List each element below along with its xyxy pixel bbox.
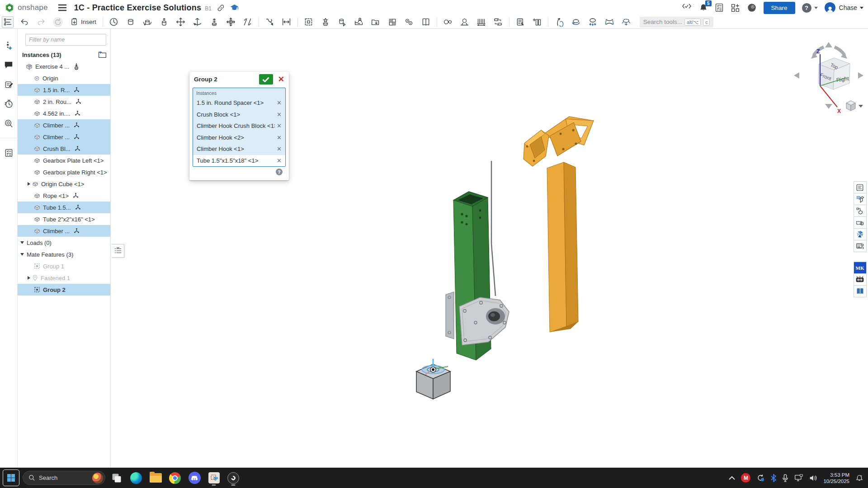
insert-button[interactable]: Insert: [69, 18, 98, 26]
start-button[interactable]: [3, 469, 19, 486]
rack-pinion-icon[interactable]: [476, 16, 487, 28]
tree-item-part[interactable]: Tube 2"x2"x16" <1>: [18, 213, 110, 225]
ball-mate-icon[interactable]: [225, 16, 237, 28]
search-panel-icon[interactable]: [3, 117, 14, 129]
insert-feature-icon[interactable]: [3, 40, 14, 52]
expand-tree-button[interactable]: [112, 244, 124, 258]
tree-item-fastened1[interactable]: Fastened 1: [18, 272, 110, 284]
climber-hook-part[interactable]: [524, 117, 594, 332]
configuration-icon[interactable]: [854, 216, 867, 229]
dialog-instance-row[interactable]: Climber Hook Crush Block <1> ✕: [193, 120, 285, 132]
tree-item-origin[interactable]: Origin: [18, 72, 110, 84]
robot-extension-icon[interactable]: [854, 273, 867, 286]
tree-item-part[interactable]: Crush Bl...: [18, 143, 110, 155]
parallel-mate-icon[interactable]: [242, 16, 254, 28]
slider-mate-icon[interactable]: [158, 16, 170, 28]
expand-chevron-icon[interactable]: [28, 182, 30, 186]
mate-connector-cylindrical-icon[interactable]: [570, 16, 582, 28]
cube-table-icon[interactable]: [854, 193, 867, 205]
display-states-icon[interactable]: [387, 16, 398, 28]
collapse-chevron-icon[interactable]: [20, 253, 24, 256]
remove-instance-icon[interactable]: ✕: [275, 122, 282, 129]
tree-item-part[interactable]: Climber ...: [18, 225, 110, 237]
panel-menu-icon[interactable]: [854, 181, 867, 193]
user-menu[interactable]: Chase: [825, 2, 863, 13]
obs-app-icon[interactable]: [225, 470, 241, 486]
linked-part-icon[interactable]: [854, 205, 867, 217]
remove-instance-icon[interactable]: ✕: [275, 111, 282, 118]
sync-tray-icon[interactable]: [756, 474, 765, 482]
insert-column-icon[interactable]: [531, 16, 543, 28]
rope-part[interactable]: [491, 161, 495, 296]
fasten-mate-icon[interactable]: [125, 16, 137, 28]
redo-button[interactable]: [35, 16, 47, 28]
learning-center-icon[interactable]: [747, 3, 757, 13]
tree-item-part[interactable]: Gearbox plate Right <1>: [18, 166, 110, 178]
revolute-mate-icon[interactable]: [142, 16, 153, 28]
notes-icon[interactable]: [3, 79, 14, 90]
undo-button[interactable]: [19, 16, 30, 28]
comments-icon[interactable]: [3, 59, 14, 71]
linked-gears-icon[interactable]: [403, 16, 415, 28]
mate-connector-ball-icon[interactable]: [587, 16, 599, 28]
replicate-icon[interactable]: [492, 16, 504, 28]
mate-features-header[interactable]: Mate Features (3): [18, 249, 110, 260]
viewcube-down-arrow[interactable]: [825, 104, 832, 109]
motion-gear-icon[interactable]: [459, 16, 471, 28]
mate-connector-tangent-icon[interactable]: [604, 16, 615, 28]
tree-item-part[interactable]: 4.562 in....: [18, 108, 110, 119]
chrome-app-icon[interactable]: [167, 470, 183, 486]
tree-item-group1[interactable]: Group 1: [18, 260, 110, 272]
loads-header[interactable]: Loads (0): [18, 237, 110, 249]
mega-tray-icon[interactable]: M: [741, 473, 750, 483]
pinwheel-icon[interactable]: [854, 228, 867, 240]
snap-mode-icon[interactable]: [264, 16, 276, 28]
remove-instance-icon[interactable]: ✕: [275, 99, 282, 106]
tray-expand-icon[interactable]: [729, 476, 735, 480]
tree-item-group2[interactable]: Group 2: [18, 284, 110, 296]
tree-item-part[interactable]: Origin Cube <1>: [18, 178, 110, 190]
app-store-icon[interactable]: [731, 3, 740, 13]
dialog-help-icon[interactable]: ?: [276, 169, 283, 175]
remove-instance-icon[interactable]: ✕: [275, 157, 282, 164]
help-menu[interactable]: ?: [802, 3, 818, 13]
remove-instance-icon[interactable]: ✕: [275, 145, 282, 152]
add-folder-icon[interactable]: [98, 51, 107, 58]
remove-instance-icon[interactable]: ✕: [275, 134, 282, 141]
dialog-instance-row[interactable]: Crush Block <1> ✕: [193, 109, 285, 121]
viewcube-left-arrow[interactable]: [794, 72, 799, 79]
viewcube-menu-button[interactable]: [846, 101, 863, 111]
link-icon[interactable]: [217, 4, 225, 12]
tree-item-part[interactable]: Rope <1>: [18, 190, 110, 202]
share-button[interactable]: Share: [764, 2, 795, 14]
notifications-button[interactable]: 5: [699, 3, 708, 12]
display-tray-icon[interactable]: [794, 474, 803, 482]
shortcut-keys-icon[interactable]: [854, 240, 867, 252]
gear-relation-icon[interactable]: [442, 16, 454, 28]
edit-in-context-icon[interactable]: [336, 16, 348, 28]
tree-item-part[interactable]: 1.5 in. R...: [18, 84, 110, 96]
viewcube-right-arrow[interactable]: [858, 72, 863, 79]
learning-cap-icon[interactable]: [230, 4, 239, 11]
planar-mate-icon[interactable]: [175, 16, 187, 28]
mate-connector-revolute-icon[interactable]: [553, 16, 565, 28]
person-tray-icon[interactable]: [353, 16, 365, 28]
sync-button[interactable]: [52, 16, 64, 28]
dialog-cancel-button[interactable]: ✕: [276, 75, 286, 83]
dialog-instance-row[interactable]: Climber Hook <1> ✕: [193, 143, 285, 155]
mate-connector-planar-icon[interactable]: [620, 16, 632, 28]
follow-mode-icon[interactable]: [3, 147, 14, 159]
pin-slot-mate-icon[interactable]: [208, 16, 220, 28]
mk-extension-icon[interactable]: MK: [854, 262, 867, 274]
named-positions-icon[interactable]: [108, 16, 120, 28]
tasks-icon[interactable]: [715, 3, 724, 12]
graphics-viewport[interactable]: Top Front Right Z X: [111, 29, 868, 468]
view-cube[interactable]: Top Front Right Z X: [794, 42, 863, 114]
dialog-instance-row[interactable]: 1.5 in. Round Spacer <1> ✕: [193, 97, 285, 109]
version-badge[interactable]: B1: [205, 5, 212, 12]
reader-extension-icon[interactable]: [854, 285, 867, 297]
transfer-icon[interactable]: [370, 16, 382, 28]
dialog-instance-row[interactable]: Tube 1.5"x1.5"x18" <1> ✕: [193, 155, 285, 167]
microphone-tray-icon[interactable]: [782, 474, 788, 482]
assembly-tree-toggle[interactable]: [2, 16, 14, 28]
